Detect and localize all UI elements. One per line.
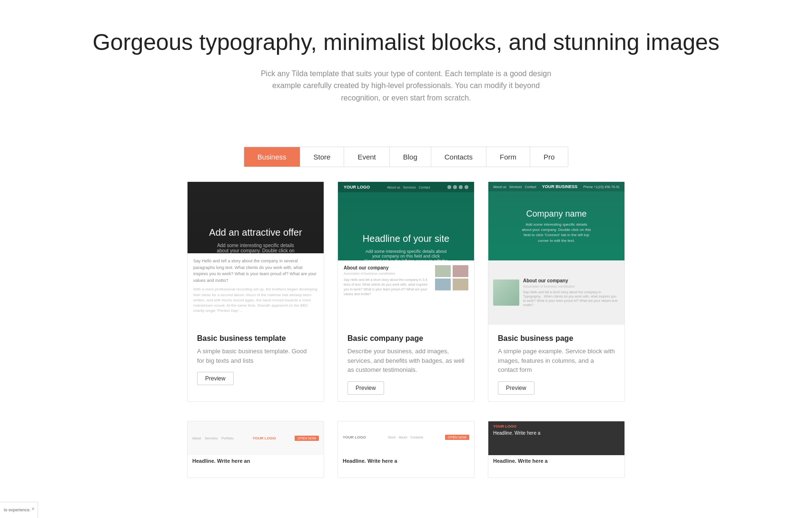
- thumb-about-overlay: Say Hello and tell a story about the com…: [188, 253, 324, 325]
- card-2-thumb: YOUR LOGO About us Services Contact: [338, 182, 474, 325]
- thumb-wg-phone: Phone +1(23) 456-78-91: [584, 185, 620, 189]
- thumb-green-bg: YOUR LOGO About us Services Contact: [338, 182, 474, 325]
- card-3-thumb: About us Services Contact YOUR BUSINESS …: [488, 182, 624, 325]
- partial-cards-grid: About Services Portfolio YOUR LOGO OPEN …: [120, 421, 692, 488]
- thumb-about-imgs: [435, 265, 468, 290]
- thumb-wg-logo: YOUR BUSINESS: [542, 184, 578, 189]
- thumb-dark-title: Add an attractive offer: [209, 227, 302, 238]
- tab-business[interactable]: Business: [244, 147, 300, 167]
- partial-logo-3: YOUR LOGO: [493, 424, 620, 428]
- thumb-nav-link-1: About us: [387, 186, 400, 189]
- hero-section: Gorgeous typography, minimalist blocks, …: [0, 0, 812, 137]
- thumb-wg-body: Company name Add some interesting specif…: [516, 191, 597, 260]
- tab-blog[interactable]: Blog: [390, 147, 431, 167]
- hero-subtitle: Pick any Tilda template that suits your …: [254, 68, 558, 104]
- preview-btn-2[interactable]: Preview: [347, 381, 384, 395]
- partial-nav2-3: Contacts: [410, 436, 424, 439]
- partial-body-2: Headline. Write here a: [338, 455, 474, 467]
- nav-link-about: About us: [493, 185, 506, 189]
- partial-card-2: YOUR LOGO Store About Contacts OPEN NOW …: [337, 421, 475, 478]
- thumb-wg-company-name: Company name: [526, 209, 586, 219]
- partial-btn-2: OPEN NOW: [445, 435, 469, 440]
- thumb-about-desc: Say Hello and tell a short story about t…: [344, 278, 431, 296]
- partial-nav-link: About: [192, 437, 201, 440]
- partial-action-1: OPEN NOW: [295, 436, 319, 441]
- thumb-about-body-text: Say Hello and tell a story about the com…: [193, 258, 318, 284]
- partial-body-1: Headline. Write here an: [188, 455, 324, 467]
- card-basic-business: Add an attractive offer Add some interes…: [187, 181, 324, 402]
- tab-contacts[interactable]: Contacts: [431, 147, 486, 167]
- preview-btn-1[interactable]: Preview: [197, 372, 234, 385]
- social-icon-3: [459, 185, 463, 189]
- partial-header-1: About Services Portfolio YOUR LOGO OPEN …: [192, 436, 319, 441]
- partial-nav-link-3: Portfolio: [221, 437, 234, 440]
- thumb-green-logo: YOUR LOGO: [344, 185, 370, 189]
- card-1-thumb: Add an attractive offer Add some interes…: [188, 182, 324, 325]
- thumb-about-sub: Associates of business constitution: [344, 272, 431, 275]
- thumb-about-title: About our company: [344, 265, 431, 270]
- partial-title-3: Headline. Write here a: [493, 458, 620, 464]
- partial-nav-link-2: Services: [205, 437, 218, 440]
- tab-pro[interactable]: Pro: [530, 147, 568, 167]
- thumb-wg-about-text: About our company Associates of business…: [523, 278, 620, 307]
- thumb-img-3: [435, 279, 451, 290]
- thumb-wg-about-sub: Associates of business constitution: [523, 285, 620, 288]
- card-1-content: Basic business template A simple basic b…: [188, 325, 324, 392]
- nav-link-contact: Contact: [525, 185, 536, 189]
- partial-nav2-2: About: [398, 436, 407, 439]
- thumb-body-more: With a more professional recording set u…: [193, 287, 318, 313]
- social-icon-4: [465, 185, 468, 189]
- thumb-about-text-area: About our company Associates of business…: [344, 265, 431, 296]
- partial-nav-2: Store About Contacts: [388, 436, 424, 439]
- partial-thumb-2: YOUR LOGO Store About Contacts OPEN NOW: [338, 421, 474, 455]
- thumb-card3-wrap: About us Services Contact YOUR BUSINESS …: [488, 182, 624, 325]
- card-2-desc: Describe your business, add images, serv…: [347, 347, 465, 375]
- partial-card-3: YOUR LOGO Headline. Write here a Headlin…: [488, 421, 625, 478]
- thumb-about-inner: About our company Associates of business…: [344, 265, 468, 296]
- thumb-wg-header: About us Services Contact YOUR BUSINESS …: [488, 182, 624, 260]
- social-icon-1: [447, 185, 451, 189]
- thumb-green-headline: Headline of your site: [363, 233, 449, 244]
- card-2-name: Basic company page: [347, 334, 465, 343]
- partial-nav2-1: Store: [388, 436, 396, 439]
- partial-logo-2: YOUR LOGO: [343, 435, 366, 439]
- tab-event[interactable]: Event: [344, 147, 389, 167]
- partial-title-2: Headline. Write here a: [343, 458, 469, 464]
- thumb-wg-about-title: About our company: [523, 278, 620, 283]
- thumb-img-4: [453, 279, 468, 290]
- nav-link-services: Services: [509, 185, 522, 189]
- card-3-desc: A simple page example. Service block wit…: [498, 347, 615, 375]
- thumb-wg-about-body: Say Hello and tell a short story about t…: [523, 290, 620, 307]
- social-icon-2: [453, 185, 457, 189]
- card-3-content: Basic business page A simple page exampl…: [488, 325, 624, 401]
- thumb-img-1: [435, 265, 451, 277]
- card-3-name: Basic business page: [498, 334, 615, 343]
- page-wrapper: Gorgeous typography, minimalist blocks, …: [0, 0, 812, 488]
- partial-thumb-3: YOUR LOGO Headline. Write here a: [488, 421, 624, 455]
- partial-headline-3: Headline. Write here a: [493, 430, 620, 436]
- partial-nav-1: About Services Portfolio: [192, 437, 234, 440]
- thumb-wg-nav-links: About us Services Contact: [493, 185, 536, 189]
- partial-thumb-1: About Services Portfolio YOUR LOGO OPEN …: [188, 421, 324, 455]
- tabs-container: Business Store Event Blog Contacts Form …: [244, 147, 569, 167]
- thumb-green-nav: YOUR LOGO About us Services Contact: [338, 182, 474, 192]
- cards-grid: Add an attractive offer Add some interes…: [120, 181, 692, 421]
- tab-form[interactable]: Form: [486, 147, 530, 167]
- card-1-desc: A simple basic business template. Good f…: [197, 347, 314, 365]
- card-1-name: Basic business template: [197, 334, 314, 343]
- thumb-wg-about-row: About our company Associates of business…: [488, 260, 624, 325]
- partial-card-1: About Services Portfolio YOUR LOGO OPEN …: [187, 421, 324, 478]
- thumb-img-2: [453, 265, 468, 277]
- partial-logo-1: YOUR LOGO: [253, 436, 276, 440]
- thumb-nav-link-2: Services: [403, 186, 416, 189]
- thumb-wg-company-sub: Add some interesting specific details ab…: [521, 222, 592, 243]
- partial-body-3: Headline. Write here a: [488, 455, 624, 467]
- tab-store[interactable]: Store: [300, 147, 345, 167]
- thumb-wg-topbar: About us Services Contact YOUR BUSINESS …: [488, 182, 624, 191]
- thumb-nav-link-3: Contact: [419, 186, 430, 189]
- thumb-about-card2: About our company Associates of business…: [338, 260, 474, 325]
- hero-title: Gorgeous typography, minimalist blocks, …: [10, 29, 802, 56]
- preview-btn-3[interactable]: Preview: [498, 381, 535, 395]
- card-business-page: About us Services Contact YOUR BUSINESS …: [488, 181, 625, 402]
- thumb-social-icons: [447, 185, 468, 189]
